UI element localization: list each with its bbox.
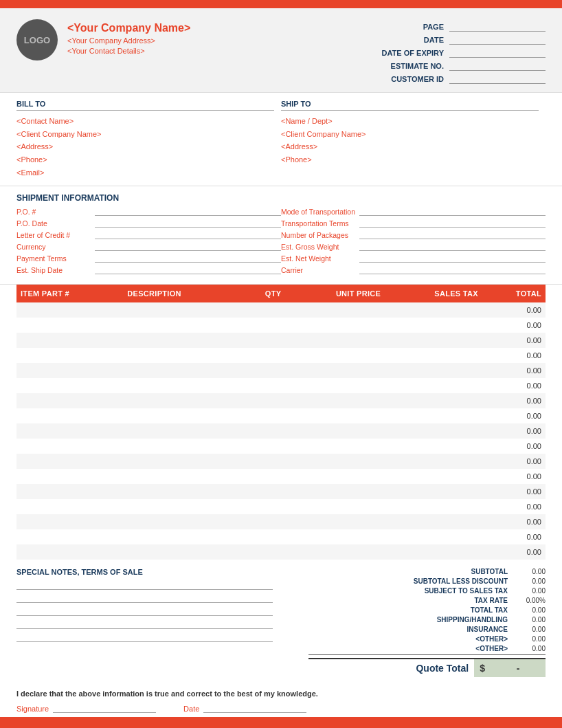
bottom-bar xyxy=(0,717,562,728)
bill-to-field: <Address> xyxy=(16,140,274,153)
table-cell: 0.00 xyxy=(482,302,546,318)
bill-to-field: <Client Company Name> xyxy=(16,128,274,141)
table-cell xyxy=(285,333,385,348)
shipment-field-line xyxy=(359,265,546,274)
table-cell xyxy=(123,469,239,484)
ship-to: SHIP TO <Name / Dept><Client Company Nam… xyxy=(281,100,546,179)
table-row: 0.00 xyxy=(16,514,546,529)
table-row: 0.00 xyxy=(16,333,546,348)
header-field: CUSTOMER ID xyxy=(375,74,546,84)
totals-row: TAX RATE0.00% xyxy=(308,597,546,604)
table-cell xyxy=(16,378,123,393)
table-cell xyxy=(240,348,286,363)
shipment-row: P.O. # xyxy=(16,207,281,216)
date-label: Date xyxy=(183,705,199,713)
table-cell xyxy=(385,439,482,454)
shipment-field-line xyxy=(359,207,546,216)
shipment-row: Est. Net Weight xyxy=(281,254,546,263)
shipment-row: Payment Terms xyxy=(16,254,281,263)
header-field-line xyxy=(449,48,546,58)
table-cell xyxy=(240,514,286,529)
page: LOGO <Your Company Name> <Your Company A… xyxy=(0,0,562,728)
table-header-row: ITEM PART #DESCRIPTIONQTYUNIT PRICESALES… xyxy=(16,285,546,302)
table-row: 0.00 xyxy=(16,408,546,423)
table-cell: 0.00 xyxy=(482,393,546,408)
totals-value: 0.00 xyxy=(508,577,546,585)
shipment-field-line xyxy=(95,265,281,274)
date-field: Date xyxy=(183,703,306,713)
totals-value: 0.00 xyxy=(508,606,546,614)
header-right: PAGEDATEDATE OF EXPIRYESTIMATE NO.CUSTOM… xyxy=(375,19,546,84)
table-cell xyxy=(285,454,385,469)
totals-row: <OTHER>0.00 xyxy=(308,635,546,643)
table-cell xyxy=(285,348,385,363)
shipment-grid: P.O. #P.O. DateLetter of Credit #Currenc… xyxy=(16,207,546,277)
table-cell xyxy=(16,363,123,378)
billing-section: BILL TO <Contact Name><Client Company Na… xyxy=(0,93,562,186)
header-field-line xyxy=(449,61,546,71)
shipment-field-label: Transportation Terms xyxy=(281,219,357,228)
table-cell xyxy=(240,454,286,469)
quote-total-row: Quote Total $ - xyxy=(308,658,546,677)
table-row: 0.00 xyxy=(16,318,546,333)
table-cell: 0.00 xyxy=(482,348,546,363)
shipment-field-line xyxy=(95,219,281,228)
shipment-field-label: Est. Ship Date xyxy=(16,266,92,274)
table-row: 0.00 xyxy=(16,423,546,439)
table-cell xyxy=(123,544,239,560)
notes-line xyxy=(16,606,273,616)
table-cell xyxy=(16,454,123,469)
ship-to-field: <Client Company Name> xyxy=(281,128,539,141)
table-cell xyxy=(16,423,123,439)
table-cell xyxy=(385,378,482,393)
shipment-field-line xyxy=(359,230,546,239)
table-cell xyxy=(123,378,239,393)
company-name: <Your Company Name> xyxy=(67,22,190,34)
header-field: ESTIMATE NO. xyxy=(375,61,546,71)
table-cell xyxy=(385,469,482,484)
signature-row: Signature Date xyxy=(16,703,546,713)
table-cell xyxy=(385,333,482,348)
totals-row: SUBJECT TO SALES TAX0.00 xyxy=(308,587,546,595)
shipment-row: Number of Packages xyxy=(281,230,546,239)
shipment-left-col: P.O. #P.O. DateLetter of Credit #Currenc… xyxy=(16,207,281,277)
company-info: <Your Company Name> <Your Company Addres… xyxy=(67,19,190,55)
table-cell xyxy=(123,454,239,469)
date-line xyxy=(203,703,306,713)
shipment-title: SHIPMENT INFORMATION xyxy=(16,193,546,203)
table-cell xyxy=(285,363,385,378)
totals-label: INSURANCE xyxy=(308,626,508,633)
table-cell xyxy=(16,544,123,560)
quote-total-dollar: $ xyxy=(474,659,491,677)
totals-value: 0.00 xyxy=(508,587,546,595)
table-cell xyxy=(285,484,385,499)
table-cell xyxy=(123,302,239,318)
shipment-field-line xyxy=(359,242,546,251)
table-cell xyxy=(240,363,286,378)
header-field-label: DATE OF EXPIRY xyxy=(375,49,444,57)
header-field-label: DATE xyxy=(375,36,444,44)
table-cell xyxy=(240,499,286,514)
table-header-cell: TOTAL xyxy=(482,285,546,302)
shipment-field-label: Currency xyxy=(16,243,92,251)
shipment-field-label: Carrier xyxy=(281,266,357,274)
totals-label: SUBTOTAL LESS DISCOUNT xyxy=(308,577,508,585)
table-cell xyxy=(285,408,385,423)
table-row: 0.00 xyxy=(16,469,546,484)
shipment-field-label: Number of Packages xyxy=(281,231,357,239)
totals-row: SUBTOTAL0.00 xyxy=(308,568,546,575)
header-field-line xyxy=(449,22,546,32)
table-cell xyxy=(385,514,482,529)
totals-col: SUBTOTAL0.00SUBTOTAL LESS DISCOUNT0.00SU… xyxy=(308,568,546,677)
signature-line xyxy=(53,703,156,713)
shipment-field-line xyxy=(95,207,281,216)
table-cell xyxy=(16,408,123,423)
top-bar xyxy=(0,0,562,8)
shipment-field-line xyxy=(95,242,281,251)
table-cell xyxy=(123,529,239,544)
shipment-right-col: Mode of TransportationTransportation Ter… xyxy=(281,207,546,277)
table-header-cell: UNIT PRICE xyxy=(285,285,385,302)
totals-label: <OTHER> xyxy=(308,645,508,652)
header-left: LOGO <Your Company Name> <Your Company A… xyxy=(16,19,190,60)
bill-to-field: <Phone> xyxy=(16,153,274,166)
